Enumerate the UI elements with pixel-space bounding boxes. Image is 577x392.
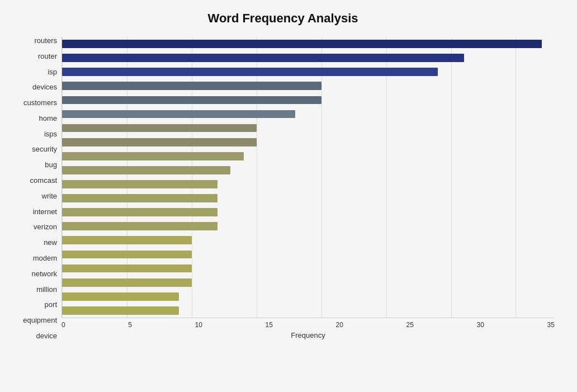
x-axis-label: Frequency — [62, 331, 555, 339]
bar-row — [62, 247, 555, 261]
bar-row — [62, 290, 555, 304]
chart-container: Word Frequency Analysis routersrouterisp… — [0, 0, 577, 392]
y-label: routers — [35, 37, 57, 44]
y-label: devices — [32, 83, 57, 91]
bar — [62, 138, 257, 147]
bars-and-xaxis: 05101520253035 Frequency — [62, 37, 555, 339]
x-tick: 0 — [62, 321, 65, 329]
bar — [62, 306, 179, 315]
bar-row — [62, 205, 555, 219]
x-tick: 20 — [336, 321, 343, 329]
bar-row — [62, 304, 555, 318]
bar — [62, 124, 257, 133]
chart-title: Word Frequency Analysis — [11, 11, 555, 26]
bar — [62, 292, 179, 301]
y-label: isps — [44, 130, 57, 138]
bar-row — [62, 121, 555, 135]
bar-row — [62, 37, 555, 51]
x-tick: 10 — [195, 321, 202, 329]
bar-row — [62, 276, 555, 290]
bar — [62, 54, 464, 62]
y-label: equipment — [23, 317, 57, 324]
y-label: verizon — [34, 223, 57, 230]
y-label: bug — [45, 161, 57, 168]
bar — [62, 236, 192, 244]
bar-row — [62, 51, 555, 65]
x-tick: 5 — [128, 321, 132, 329]
bar — [62, 166, 230, 174]
x-tick: 15 — [266, 321, 273, 329]
bar — [62, 40, 542, 48]
bar — [62, 96, 321, 105]
bar-row — [62, 163, 555, 177]
bar — [62, 265, 192, 273]
y-label: modem — [33, 254, 57, 262]
bar-row — [62, 177, 555, 191]
chart-area: routersrouterispdevicescustomershomeisps… — [11, 37, 555, 339]
y-label: security — [32, 145, 57, 153]
y-label: new — [44, 239, 57, 246]
y-label: port — [45, 301, 57, 308]
y-label: home — [39, 115, 57, 122]
bar-row — [62, 191, 555, 205]
bar-row — [62, 79, 555, 93]
y-label: internet — [33, 208, 57, 215]
bar-row — [62, 219, 555, 233]
bar — [62, 68, 438, 76]
bar — [62, 82, 321, 90]
bar-row — [62, 135, 555, 149]
y-label: device — [36, 332, 57, 339]
y-label: isp — [48, 68, 57, 75]
bar — [62, 251, 192, 259]
x-tick: 30 — [477, 321, 484, 329]
bar — [62, 152, 244, 160]
x-tick: 25 — [406, 321, 414, 329]
bar — [62, 278, 192, 287]
y-label: write — [42, 192, 57, 200]
y-labels: routersrouterispdevicescustomershomeisps… — [11, 37, 62, 339]
y-label: router — [38, 53, 57, 60]
y-label: network — [31, 270, 57, 277]
bar — [62, 110, 295, 119]
y-label: million — [36, 286, 57, 293]
x-axis: 05101520253035 — [62, 318, 555, 329]
bar — [62, 222, 217, 230]
bar-row — [62, 233, 555, 247]
bar-row — [62, 93, 555, 107]
bar-row — [62, 65, 555, 79]
x-tick: 35 — [547, 321, 555, 329]
bar — [62, 194, 217, 202]
bar — [62, 180, 217, 188]
y-label: comcast — [30, 177, 57, 184]
bars-area — [62, 37, 555, 318]
bar — [62, 208, 217, 216]
bar-row — [62, 262, 555, 276]
bar-rows — [62, 37, 555, 318]
bar-row — [62, 149, 555, 163]
y-label: customers — [23, 99, 57, 106]
bar-row — [62, 107, 555, 121]
